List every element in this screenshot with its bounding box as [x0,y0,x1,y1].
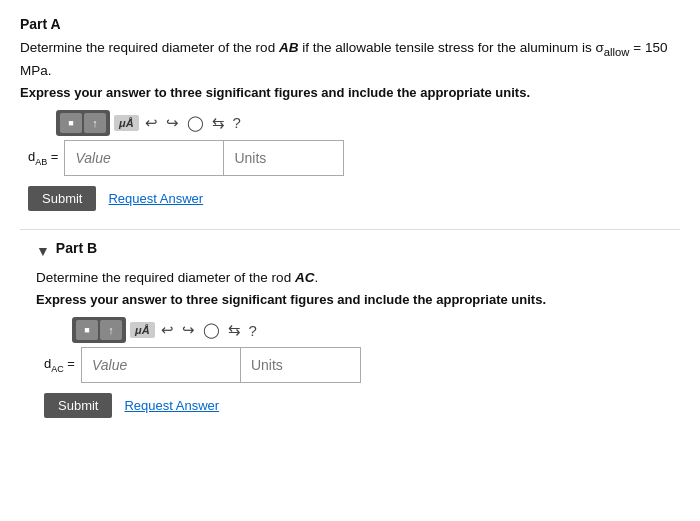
section-divider [20,229,680,230]
part-b-collapse-icon[interactable]: ▼ [36,243,50,259]
part-a-toolbar: ■ ↑ μÅ ↩ ↪ ◯ ⇆ ? [56,110,680,136]
part-b-undo-button[interactable]: ↩ [159,321,176,339]
part-b-input-row: dAC = [44,347,680,383]
part-b-submit-button[interactable]: Submit [44,393,112,418]
part-a-mu-label[interactable]: μÅ [114,115,139,131]
part-b-header-row: ▼ Part B [36,240,680,262]
part-a-section: Part A Determine the required diameter o… [20,16,680,211]
part-a-request-answer-button[interactable]: Request Answer [108,191,203,206]
part-b-value-input[interactable] [81,347,241,383]
part-a-value-input[interactable] [64,140,224,176]
part-b-icon-group: ■ ↑ [72,317,126,343]
part-a-units-input[interactable] [224,140,344,176]
part-a-input-row: dAB = [28,140,680,176]
part-b-request-answer-button[interactable]: Request Answer [124,398,219,413]
part-b-help-icon[interactable]: ? [247,322,259,339]
part-a-submit-button[interactable]: Submit [28,186,96,211]
part-b-problem-text: Determine the required diameter of the r… [36,268,680,288]
part-a-undo-button[interactable]: ↩ [143,114,160,132]
part-a-var-label: dAB = [28,149,58,167]
part-b-mu-label[interactable]: μÅ [130,322,155,338]
part-a-help-icon[interactable]: ? [231,114,243,131]
part-b-header: Part B [56,240,97,256]
part-b-keyboard-button[interactable]: ⇆ [226,321,243,339]
part-b-grid-icon[interactable]: ■ [76,320,98,340]
part-a-btn-row: Submit Request Answer [28,186,680,211]
part-a-keyboard-button[interactable]: ⇆ [210,114,227,132]
part-b-redo-button[interactable]: ↪ [180,321,197,339]
part-a-header: Part A [20,16,680,32]
part-b-arrow-up-icon[interactable]: ↑ [100,320,122,340]
part-b-toolbar: ■ ↑ μÅ ↩ ↪ ◯ ⇆ ? [72,317,680,343]
part-a-refresh-button[interactable]: ◯ [185,114,206,132]
part-a-sub-text: Express your answer to three significant… [20,85,680,100]
part-a-icon-group: ■ ↑ [56,110,110,136]
part-b-sub-text: Express your answer to three significant… [36,292,680,307]
part-b-var-label: dAC = [44,356,75,374]
part-b-btn-row: Submit Request Answer [44,393,680,418]
part-b-refresh-button[interactable]: ◯ [201,321,222,339]
part-b-section: ▼ Part B Determine the required diameter… [20,240,680,418]
part-a-problem-text: Determine the required diameter of the r… [20,38,680,81]
part-a-grid-icon[interactable]: ■ [60,113,82,133]
part-a-redo-button[interactable]: ↪ [164,114,181,132]
part-b-units-input[interactable] [241,347,361,383]
part-a-arrow-up-icon[interactable]: ↑ [84,113,106,133]
